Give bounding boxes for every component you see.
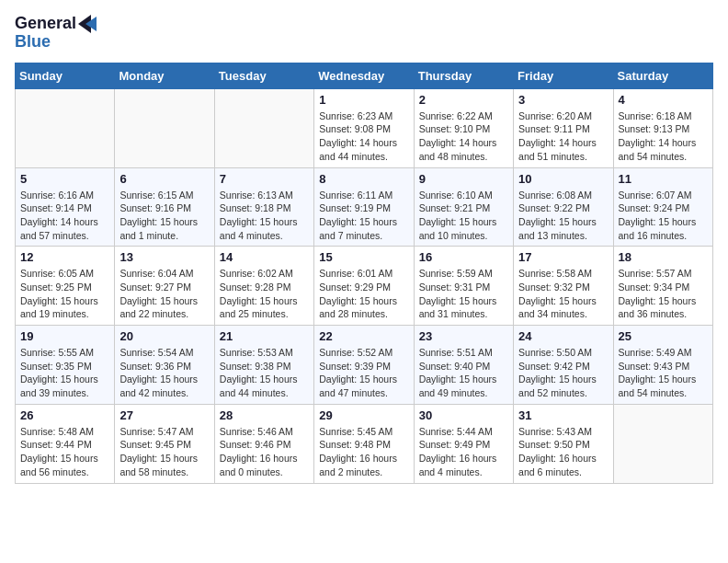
calendar-day-cell: 2Sunrise: 6:22 AMSunset: 9:10 PMDaylight… xyxy=(414,88,513,167)
day-info: Sunrise: 6:08 AMSunset: 9:22 PMDaylight:… xyxy=(518,189,608,243)
day-info: Sunrise: 5:52 AMSunset: 9:39 PMDaylight:… xyxy=(319,346,408,400)
calendar-day-cell: 26Sunrise: 5:48 AMSunset: 9:44 PMDayligh… xyxy=(16,404,115,483)
calendar-day-cell: 1Sunrise: 6:23 AMSunset: 9:08 PMDaylight… xyxy=(314,88,414,167)
calendar-day-cell: 31Sunrise: 5:43 AMSunset: 9:50 PMDayligh… xyxy=(514,404,613,483)
day-number: 21 xyxy=(220,329,309,343)
logo-blue: Blue xyxy=(15,33,97,52)
calendar-day-cell: 28Sunrise: 5:46 AMSunset: 9:46 PMDayligh… xyxy=(214,404,313,483)
calendar-day-cell: 20Sunrise: 5:54 AMSunset: 9:36 PMDayligh… xyxy=(115,326,214,405)
calendar-day-cell: 4Sunrise: 6:18 AMSunset: 9:13 PMDaylight… xyxy=(613,88,712,167)
calendar-day-cell: 7Sunrise: 6:13 AMSunset: 9:18 PMDaylight… xyxy=(214,167,313,247)
page-header: General Blue xyxy=(15,15,713,52)
day-info: Sunrise: 6:20 AMSunset: 9:11 PMDaylight:… xyxy=(518,109,608,164)
calendar-table: SundayMondayTuesdayWednesdayThursdayFrid… xyxy=(15,63,713,484)
calendar-day-header: Monday xyxy=(115,63,214,88)
calendar-day-cell: 30Sunrise: 5:44 AMSunset: 9:49 PMDayligh… xyxy=(414,404,513,483)
day-number: 30 xyxy=(419,408,508,422)
calendar-day-cell xyxy=(214,88,313,167)
calendar-day-cell: 5Sunrise: 6:16 AMSunset: 9:14 PMDaylight… xyxy=(16,167,115,247)
calendar-day-cell: 13Sunrise: 6:04 AMSunset: 9:27 PMDayligh… xyxy=(115,247,214,326)
day-number: 4 xyxy=(619,93,708,107)
calendar-day-cell: 15Sunrise: 6:01 AMSunset: 9:29 PMDayligh… xyxy=(314,247,414,326)
calendar-day-cell: 21Sunrise: 5:53 AMSunset: 9:38 PMDayligh… xyxy=(214,326,313,405)
calendar-week-row: 26Sunrise: 5:48 AMSunset: 9:44 PMDayligh… xyxy=(16,404,713,483)
day-number: 6 xyxy=(119,172,209,186)
day-info: Sunrise: 5:51 AMSunset: 9:40 PMDaylight:… xyxy=(419,346,508,400)
calendar-day-cell: 27Sunrise: 5:47 AMSunset: 9:45 PMDayligh… xyxy=(115,404,214,483)
calendar-week-row: 12Sunrise: 6:05 AMSunset: 9:25 PMDayligh… xyxy=(16,247,713,326)
day-number: 5 xyxy=(20,172,109,186)
calendar-day-cell xyxy=(115,88,214,167)
calendar-day-cell: 3Sunrise: 6:20 AMSunset: 9:11 PMDaylight… xyxy=(514,88,613,167)
day-number: 9 xyxy=(419,172,508,186)
day-number: 29 xyxy=(319,408,408,422)
logo: General Blue xyxy=(15,15,97,52)
calendar-day-cell: 17Sunrise: 5:58 AMSunset: 9:32 PMDayligh… xyxy=(514,247,613,326)
calendar-day-header: Sunday xyxy=(16,63,115,88)
day-info: Sunrise: 6:15 AMSunset: 9:16 PMDaylight:… xyxy=(119,189,209,243)
calendar-week-row: 1Sunrise: 6:23 AMSunset: 9:08 PMDaylight… xyxy=(16,88,713,167)
logo-arrow-icon xyxy=(78,15,97,33)
calendar-day-cell: 8Sunrise: 6:11 AMSunset: 9:19 PMDaylight… xyxy=(314,167,414,247)
calendar-day-cell: 19Sunrise: 5:55 AMSunset: 9:35 PMDayligh… xyxy=(16,326,115,405)
day-number: 31 xyxy=(518,408,608,422)
day-number: 3 xyxy=(518,93,608,107)
day-info: Sunrise: 5:48 AMSunset: 9:44 PMDaylight:… xyxy=(20,425,109,479)
day-number: 23 xyxy=(419,329,508,343)
day-number: 17 xyxy=(518,250,608,264)
day-info: Sunrise: 5:53 AMSunset: 9:38 PMDaylight:… xyxy=(220,346,309,400)
day-info: Sunrise: 6:22 AMSunset: 9:10 PMDaylight:… xyxy=(419,109,508,164)
day-number: 13 xyxy=(119,250,209,264)
day-info: Sunrise: 6:05 AMSunset: 9:25 PMDaylight:… xyxy=(20,267,109,321)
day-info: Sunrise: 6:16 AMSunset: 9:14 PMDaylight:… xyxy=(20,189,109,243)
calendar-day-cell xyxy=(613,404,712,483)
day-number: 2 xyxy=(419,93,508,107)
day-info: Sunrise: 6:01 AMSunset: 9:29 PMDaylight:… xyxy=(319,267,408,321)
calendar-day-cell: 10Sunrise: 6:08 AMSunset: 9:22 PMDayligh… xyxy=(514,167,613,247)
day-number: 14 xyxy=(220,250,309,264)
calendar-day-cell: 16Sunrise: 5:59 AMSunset: 9:31 PMDayligh… xyxy=(414,247,513,326)
calendar-day-cell: 9Sunrise: 6:10 AMSunset: 9:21 PMDaylight… xyxy=(414,167,513,247)
day-number: 24 xyxy=(518,329,608,343)
day-info: Sunrise: 5:46 AMSunset: 9:46 PMDaylight:… xyxy=(220,425,309,479)
calendar-day-cell xyxy=(16,88,115,167)
calendar-day-header: Thursday xyxy=(414,63,513,88)
day-info: Sunrise: 5:59 AMSunset: 9:31 PMDaylight:… xyxy=(419,267,508,321)
day-number: 25 xyxy=(619,329,708,343)
calendar-day-cell: 29Sunrise: 5:45 AMSunset: 9:48 PMDayligh… xyxy=(314,404,414,483)
day-info: Sunrise: 5:58 AMSunset: 9:32 PMDaylight:… xyxy=(518,267,608,321)
day-info: Sunrise: 5:55 AMSunset: 9:35 PMDaylight:… xyxy=(20,346,109,400)
calendar-week-row: 19Sunrise: 5:55 AMSunset: 9:35 PMDayligh… xyxy=(16,326,713,405)
day-info: Sunrise: 5:57 AMSunset: 9:34 PMDaylight:… xyxy=(619,267,708,321)
day-number: 16 xyxy=(419,250,508,264)
calendar-day-header: Friday xyxy=(514,63,613,88)
day-number: 20 xyxy=(119,329,209,343)
day-info: Sunrise: 6:04 AMSunset: 9:27 PMDaylight:… xyxy=(119,267,209,321)
day-info: Sunrise: 5:45 AMSunset: 9:48 PMDaylight:… xyxy=(319,425,408,479)
calendar-header-row: SundayMondayTuesdayWednesdayThursdayFrid… xyxy=(16,63,713,88)
calendar-week-row: 5Sunrise: 6:16 AMSunset: 9:14 PMDaylight… xyxy=(16,167,713,247)
calendar-day-cell: 14Sunrise: 6:02 AMSunset: 9:28 PMDayligh… xyxy=(214,247,313,326)
calendar-day-cell: 18Sunrise: 5:57 AMSunset: 9:34 PMDayligh… xyxy=(613,247,712,326)
day-number: 18 xyxy=(619,250,708,264)
day-number: 27 xyxy=(119,408,209,422)
day-number: 7 xyxy=(220,172,309,186)
logo-text-block: General Blue xyxy=(15,15,97,52)
calendar-day-cell: 24Sunrise: 5:50 AMSunset: 9:42 PMDayligh… xyxy=(514,326,613,405)
day-info: Sunrise: 6:02 AMSunset: 9:28 PMDaylight:… xyxy=(220,267,309,321)
day-info: Sunrise: 5:44 AMSunset: 9:49 PMDaylight:… xyxy=(419,425,508,479)
calendar-day-cell: 23Sunrise: 5:51 AMSunset: 9:40 PMDayligh… xyxy=(414,326,513,405)
day-info: Sunrise: 5:54 AMSunset: 9:36 PMDaylight:… xyxy=(119,346,209,400)
calendar-day-header: Saturday xyxy=(613,63,712,88)
day-number: 28 xyxy=(220,408,309,422)
day-info: Sunrise: 6:11 AMSunset: 9:19 PMDaylight:… xyxy=(319,189,408,243)
calendar-day-cell: 22Sunrise: 5:52 AMSunset: 9:39 PMDayligh… xyxy=(314,326,414,405)
day-info: Sunrise: 6:18 AMSunset: 9:13 PMDaylight:… xyxy=(619,109,708,164)
day-info: Sunrise: 6:10 AMSunset: 9:21 PMDaylight:… xyxy=(419,189,508,243)
day-number: 22 xyxy=(319,329,408,343)
calendar-day-cell: 12Sunrise: 6:05 AMSunset: 9:25 PMDayligh… xyxy=(16,247,115,326)
calendar-day-cell: 6Sunrise: 6:15 AMSunset: 9:16 PMDaylight… xyxy=(115,167,214,247)
day-info: Sunrise: 6:07 AMSunset: 9:24 PMDaylight:… xyxy=(619,189,708,243)
day-number: 26 xyxy=(20,408,109,422)
day-number: 11 xyxy=(619,172,708,186)
